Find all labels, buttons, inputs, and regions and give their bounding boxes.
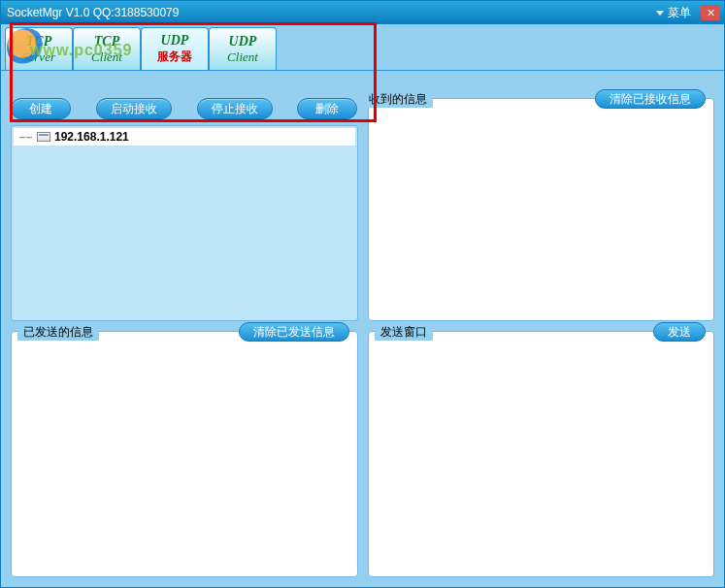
tab-tcp-client[interactable]: TCP Client [73, 27, 141, 70]
tab-tcp-server[interactable]: TCP Server [5, 27, 73, 70]
send-panel: 发送窗口 发送 [368, 331, 715, 577]
create-button[interactable]: 创建 [11, 98, 71, 119]
connection-item[interactable]: ┈┈ 192.168.1.121 [14, 128, 355, 146]
connection-ip: 192.168.1.121 [54, 130, 129, 144]
tab-udp-server[interactable]: UDP 服务器 [141, 27, 209, 70]
received-textarea[interactable] [369, 99, 714, 320]
send-textarea[interactable] [369, 332, 714, 576]
sent-panel: 已发送的信息 清除已发送信息 [11, 331, 358, 577]
action-button-bar: 创建 启动接收 停止接收 删除 [11, 98, 358, 125]
received-title: 收到的信息 [363, 91, 433, 108]
menu-label: 菜单 [668, 5, 691, 21]
window-title: SocketMgr V1.0 QQ:3188530079 [7, 6, 646, 19]
close-button[interactable]: ✕ [701, 5, 720, 20]
stop-receive-button[interactable]: 停止接收 [197, 98, 273, 119]
start-receive-button[interactable]: 启动接收 [96, 98, 172, 119]
received-panel: 收到的信息 清除已接收信息 [368, 98, 715, 321]
delete-button[interactable]: 删除 [297, 98, 357, 119]
server-icon [37, 132, 50, 142]
connections-panel: 创建 启动接收 停止接收 删除 ┈┈ 192.168.1.121 [11, 98, 358, 321]
dropdown-icon [656, 11, 664, 16]
tab-udp-client[interactable]: UDP Client [209, 27, 277, 70]
menu-button[interactable]: 菜单 [646, 5, 701, 21]
tab-bar: TCP Server TCP Client UDP 服务器 UDP Client [1, 24, 724, 71]
sent-textarea[interactable] [12, 332, 357, 576]
close-icon: ✕ [707, 7, 715, 19]
clear-received-button[interactable]: 清除已接收信息 [595, 89, 706, 109]
send-button[interactable]: 发送 [653, 322, 706, 342]
connection-list[interactable]: ┈┈ 192.168.1.121 [11, 125, 358, 321]
title-bar: SocketMgr V1.0 QQ:3188530079 菜单 ✕ [1, 1, 724, 24]
sent-title: 已发送的信息 [17, 324, 99, 341]
send-title: 发送窗口 [375, 324, 433, 341]
tree-expand-icon: ┈┈ [19, 132, 33, 143]
clear-sent-button[interactable]: 清除已发送信息 [239, 322, 349, 342]
